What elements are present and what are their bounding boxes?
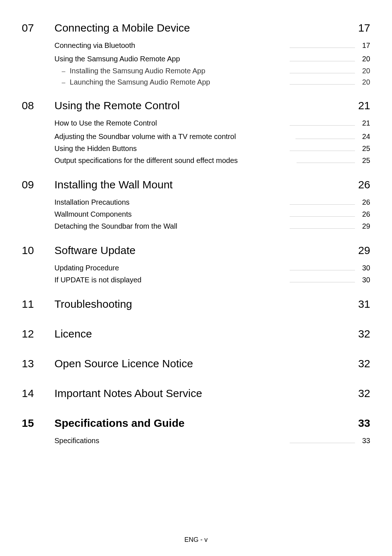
- toc-entry-page: 24: [359, 132, 370, 141]
- toc-sub-entry-page: 20: [359, 67, 370, 75]
- toc-entry-page: 25: [359, 144, 370, 153]
- toc-leader-line: [290, 84, 355, 85]
- toc-section-title: Specifications and Guide: [54, 417, 358, 429]
- toc-section-header[interactable]: 14Important Notes About Service32: [22, 387, 370, 400]
- toc-entry[interactable]: Using the Samsung Audio Remote App20: [54, 55, 370, 63]
- toc-entry[interactable]: Installation Precautions26: [54, 198, 370, 207]
- toc-entry-title: Detaching the Soundbar from the Wall: [54, 222, 177, 230]
- toc-leader-line: [290, 204, 355, 205]
- toc-entries: Connecting via Bluetooth17Using the Sams…: [54, 41, 370, 86]
- toc-entry[interactable]: Using the Hidden Buttons25: [54, 144, 370, 153]
- toc-entry[interactable]: If UPDATE is not displayed30: [54, 276, 370, 284]
- toc-entries: How to Use the Remote Control21Adjusting…: [54, 119, 370, 165]
- toc-entry[interactable]: Specifications33: [54, 437, 370, 445]
- toc-entry-title: Specifications: [54, 437, 99, 445]
- toc-section: 13Open Source Licence Notice32: [22, 357, 370, 377]
- toc-section-title: Important Notes About Service: [54, 387, 358, 400]
- toc-section-page: 31: [358, 298, 370, 310]
- toc-entries: Updating Procedure30If UPDATE is not dis…: [54, 264, 370, 284]
- toc-leader-line: [290, 443, 355, 443]
- toc-section: 12Licence32: [22, 328, 370, 347]
- toc-entry[interactable]: Connecting via Bluetooth17: [54, 41, 370, 50]
- toc-section-title: Licence: [54, 328, 358, 340]
- toc-section-title: Using the Remote Control: [54, 99, 358, 112]
- toc-entry-title: Using the Samsung Audio Remote App: [54, 55, 180, 63]
- toc-entry-page: 17: [359, 41, 370, 50]
- toc-leader-line: [290, 228, 355, 229]
- toc-leader-line: [290, 61, 355, 61]
- toc-leader-line: [290, 125, 355, 126]
- toc-section-title: Troubleshooting: [54, 298, 358, 310]
- toc-section-title: Installing the Wall Mount: [54, 179, 358, 191]
- toc-entry-title: Adjusting the Soundbar volume with a TV …: [54, 132, 236, 141]
- toc-sub-entry-title: Launching the Samsung Audio Remote App: [70, 78, 210, 86]
- toc-section-header[interactable]: 12Licence32: [22, 328, 370, 340]
- toc-section: 10Software Update29Updating Procedure30I…: [22, 244, 370, 288]
- toc-section-header[interactable]: 07Connecting a Mobile Device17: [22, 22, 370, 34]
- toc-section-page: 17: [358, 22, 370, 34]
- toc-section-number: 15: [22, 417, 54, 429]
- toc-entry-title: Connecting via Bluetooth: [54, 41, 135, 50]
- toc-section-number: 14: [22, 387, 54, 400]
- toc-entry-page: 30: [359, 264, 370, 272]
- toc-leader-line: [290, 48, 355, 48]
- toc-section: 09Installing the Wall Mount26Installatio…: [22, 179, 370, 234]
- toc-leader-line: [290, 216, 355, 217]
- toc-entry[interactable]: Output specifications for the different …: [54, 156, 370, 165]
- toc-section: 08Using the Remote Control21How to Use t…: [22, 99, 370, 168]
- toc-sub-entry[interactable]: –Installing the Samsung Audio Remote App…: [62, 67, 370, 75]
- toc-section-header[interactable]: 15Specifications and Guide33: [22, 417, 370, 429]
- table-of-contents: 07Connecting a Mobile Device17Connecting…: [22, 22, 370, 459]
- toc-entry[interactable]: How to Use the Remote Control21: [54, 119, 370, 127]
- toc-section-page: 21: [358, 99, 370, 112]
- toc-entry-page: 30: [359, 276, 370, 284]
- toc-leader-line: [290, 270, 355, 270]
- toc-section-title: Connecting a Mobile Device: [54, 22, 358, 34]
- toc-section-page: 32: [358, 357, 370, 370]
- toc-entry-title: Updating Procedure: [54, 264, 119, 272]
- toc-section-title: Software Update: [54, 244, 358, 257]
- toc-entry[interactable]: Wallmount Components26: [54, 210, 370, 218]
- toc-section-header[interactable]: 09Installing the Wall Mount26: [22, 179, 370, 191]
- toc-entry[interactable]: Adjusting the Soundbar volume with a TV …: [54, 132, 370, 141]
- toc-sub-entry[interactable]: –Launching the Samsung Audio Remote App2…: [62, 78, 370, 86]
- toc-section: 11Troubleshooting31: [22, 298, 370, 318]
- toc-entry-page: 26: [359, 198, 370, 207]
- toc-section: 14Important Notes About Service32: [22, 387, 370, 407]
- toc-section: 07Connecting a Mobile Device17Connecting…: [22, 22, 370, 89]
- toc-entry-page: 29: [359, 222, 370, 230]
- toc-entries: Installation Precautions26Wallmount Comp…: [54, 198, 370, 230]
- toc-section-page: 33: [358, 417, 370, 429]
- toc-entry-title: How to Use the Remote Control: [54, 119, 157, 127]
- toc-entry-title: Installation Precautions: [54, 198, 130, 207]
- toc-section-header[interactable]: 11Troubleshooting31: [22, 298, 370, 310]
- toc-sub-entry-title: Installing the Samsung Audio Remote App: [70, 67, 205, 75]
- toc-entry-title: If UPDATE is not displayed: [54, 276, 142, 284]
- dash-icon: –: [62, 79, 65, 86]
- toc-section-page: 26: [358, 179, 370, 191]
- toc-entry-page: 26: [359, 210, 370, 218]
- toc-entry-page: 21: [359, 119, 370, 127]
- page-footer: ENG - v: [0, 536, 392, 544]
- toc-section-page: 29: [358, 244, 370, 257]
- toc-section-header[interactable]: 13Open Source Licence Notice32: [22, 357, 370, 370]
- toc-entry-title: Output specifications for the different …: [54, 156, 238, 165]
- toc-section-header[interactable]: 08Using the Remote Control21: [22, 99, 370, 112]
- toc-entries: Specifications33: [54, 437, 370, 445]
- toc-entry[interactable]: Detaching the Soundbar from the Wall29: [54, 222, 370, 230]
- toc-entry-title: Wallmount Components: [54, 210, 132, 218]
- toc-section-number: 09: [22, 179, 54, 191]
- toc-sub-entry-page: 20: [359, 78, 370, 86]
- toc-entry-title: Using the Hidden Buttons: [54, 144, 137, 153]
- toc-section: 15Specifications and Guide33Specificatio…: [22, 417, 370, 449]
- dash-icon: –: [62, 68, 65, 75]
- toc-leader-line: [290, 73, 355, 73]
- toc-entry-page: 33: [359, 437, 370, 445]
- toc-section-number: 08: [22, 99, 54, 112]
- toc-entry-page: 20: [359, 55, 370, 63]
- toc-leader-line: [295, 139, 355, 139]
- toc-leader-line: [290, 282, 355, 282]
- toc-section-title: Open Source Licence Notice: [54, 357, 358, 370]
- toc-section-header[interactable]: 10Software Update29: [22, 244, 370, 257]
- toc-entry[interactable]: Updating Procedure30: [54, 264, 370, 272]
